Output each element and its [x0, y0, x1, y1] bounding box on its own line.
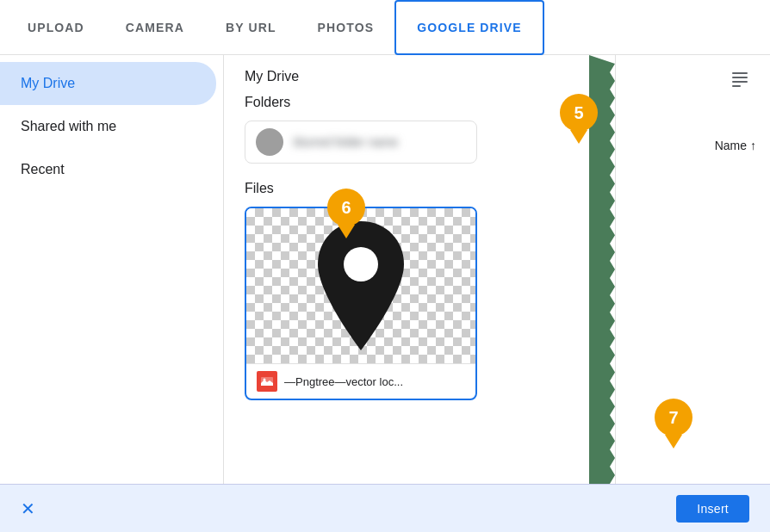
- close-button[interactable]: ✕: [21, 498, 35, 519]
- top-nav: UPLOAD CAMERA BY URL PHOTOS GOOGLE DRIVE: [0, 0, 770, 55]
- folder-item[interactable]: blurred folder name: [245, 121, 477, 164]
- files-section: Files: [245, 181, 594, 400]
- sort-label: Name: [715, 139, 747, 152]
- tab-photos[interactable]: PHOTOS: [297, 0, 395, 55]
- svg-point-0: [344, 247, 378, 281]
- map-pin-icon: [309, 217, 413, 355]
- content-area: My Drive Folders blurred folder name Fil…: [224, 55, 615, 484]
- svg-rect-3: [732, 72, 748, 74]
- annotation-badge-6: 6: [327, 189, 365, 226]
- svg-rect-5: [732, 81, 748, 83]
- folder-icon: [256, 128, 283, 156]
- bottom-bar: ✕ Insert: [0, 484, 770, 532]
- right-panel: Name ↑: [615, 55, 770, 484]
- folder-name: blurred folder name: [294, 135, 398, 149]
- file-thumbnail: [246, 208, 475, 363]
- sidebar-item-shared-with-me[interactable]: Shared with me: [0, 105, 216, 148]
- drive-title: My Drive: [245, 69, 594, 84]
- sort-control[interactable]: Name ↑: [715, 139, 756, 152]
- sidebar-item-recent[interactable]: Recent: [0, 148, 216, 191]
- svg-rect-6: [732, 85, 741, 87]
- list-icon: [730, 69, 749, 88]
- folders-section: Folders blurred folder name: [245, 95, 594, 164]
- image-type-icon: [257, 371, 277, 392]
- tab-by-url[interactable]: BY URL: [205, 0, 297, 55]
- insert-button[interactable]: Insert: [676, 495, 749, 523]
- files-label: Files: [245, 181, 594, 196]
- file-card[interactable]: —Pngtree—vector loc...: [245, 207, 477, 400]
- file-footer: —Pngtree—vector loc...: [246, 363, 475, 399]
- file-name: —Pngtree—vector loc...: [284, 375, 403, 388]
- tab-camera[interactable]: CAMERA: [105, 0, 205, 55]
- tab-upload[interactable]: UPLOAD: [7, 0, 105, 55]
- svg-rect-4: [732, 77, 748, 78]
- annotation-badge-5: 5: [560, 94, 598, 132]
- annotation-badge-7: 7: [655, 399, 692, 436]
- sidebar: My Drive Shared with me Recent: [0, 55, 224, 484]
- svg-point-2: [264, 379, 266, 381]
- list-view-button[interactable]: [723, 62, 756, 97]
- image-icon: [260, 374, 274, 388]
- sidebar-item-my-drive[interactable]: My Drive: [0, 62, 216, 105]
- sort-arrow-icon: ↑: [750, 139, 756, 152]
- tab-google-drive[interactable]: GOOGLE DRIVE: [394, 0, 544, 55]
- folders-label: Folders: [245, 95, 594, 110]
